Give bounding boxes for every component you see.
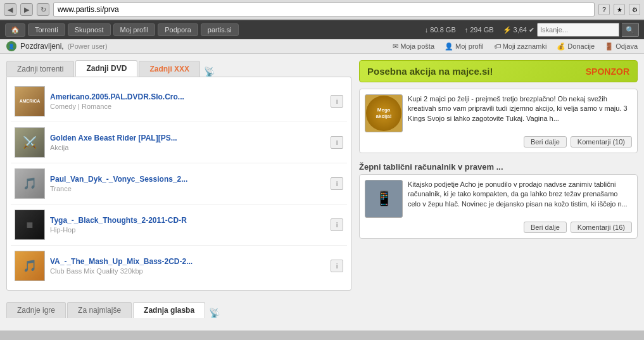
- role-text: (Power user): [68, 42, 108, 50]
- moj-profil-link[interactable]: 👤 Moj profil: [445, 42, 484, 51]
- rss-icon[interactable]: 📡: [204, 66, 215, 77]
- promo-image-1: Megaakcija!: [365, 94, 403, 132]
- nav-moj-profil[interactable]: Moj profil: [113, 23, 156, 36]
- donacije-link[interactable]: 💰 Donacije: [557, 42, 595, 51]
- tab-za-najmlajse[interactable]: Za najmlajše: [67, 302, 132, 318]
- komentarji-btn-2[interactable]: Komentarji (16): [571, 222, 632, 233]
- home-button[interactable]: 🏠: [5, 23, 25, 37]
- bookmark-icon: 🏷: [494, 42, 501, 50]
- star-icon[interactable]: ★: [614, 4, 625, 15]
- info-button[interactable]: i: [331, 260, 343, 272]
- profile-icon: 👤: [445, 42, 453, 51]
- promo-actions-2: Beri dalje Komentarji (16): [365, 222, 632, 233]
- genre2: Romance: [82, 103, 111, 110]
- torrent-item: 🎵 Paul_Van_Dyk_-_Vonyc_Sessions_2... Tra…: [11, 163, 347, 205]
- bottom-tabs: Zadnje igre Za najmlajše Zadnja glasba: [6, 302, 205, 318]
- moji-zaznamki-label: Moji zaznamki: [503, 42, 547, 50]
- torrent-thumb: AMERICA: [15, 86, 45, 116]
- torrent-title[interactable]: Tyga_-_Black_Thoughts_2-2011-CD-R: [50, 216, 325, 225]
- torrent-tab-section: Zadnji torrenti Zadnji DVD Zadnji XXX 📡 …: [6, 60, 351, 291]
- promo-actions-1: Beri dalje Komentarji (10): [365, 136, 632, 148]
- site-wrapper: 🏠 Torrenti Skupnost Moj profil Podpora p…: [0, 20, 644, 331]
- sponsor-label: SPONZOR: [586, 66, 629, 77]
- rss-icon-bottom[interactable]: 📡: [209, 308, 220, 318]
- torrent-info: Americano.2005.PAL.DVDR.Slo.Cro... Comed…: [50, 92, 325, 110]
- upload-value: 294 GB: [470, 26, 493, 34]
- search-input[interactable]: [537, 23, 619, 37]
- nav-torrenti[interactable]: Torrenti: [28, 23, 65, 36]
- right-panel: Posebna akcija na majce.si! SPONZOR Mega…: [359, 60, 638, 318]
- torrent-thumb: ⚔️: [15, 127, 45, 158]
- odjava-link[interactable]: 🚪 Odjava: [605, 42, 638, 51]
- forward-button[interactable]: ▶: [20, 3, 33, 16]
- nav-skupnost[interactable]: Skupnost: [68, 23, 111, 36]
- komentarji-btn-1[interactable]: Komentarji (10): [571, 136, 632, 148]
- genre1: Hip-Hop: [50, 226, 75, 234]
- tab-zadnje-igre[interactable]: Zadnje igre: [6, 302, 66, 318]
- download-stat: ↓ 80.8 GB: [425, 26, 456, 34]
- download-value: 80.8 GB: [430, 26, 455, 34]
- tab-zadnji-xxx[interactable]: Zadnji XXX: [139, 61, 200, 77]
- torrent-genre: Club Bass Mix Quality 320kbp: [50, 267, 325, 275]
- sponsor-banner: Posebna akcija na majce.si! SPONZOR: [359, 60, 638, 82]
- download-icon: ↓: [425, 26, 429, 34]
- search-button[interactable]: 🔍: [622, 23, 639, 37]
- help-icon[interactable]: ?: [598, 4, 610, 15]
- user-avatar-icon: 👤: [6, 41, 16, 51]
- torrent-title[interactable]: Americano.2005.PAL.DVDR.Slo.Cro...: [50, 92, 325, 101]
- moja-posta-label: Moja pošta: [400, 42, 434, 50]
- nav-podpora[interactable]: Podpora: [158, 23, 198, 36]
- promo-card-1: Megaakcija! Kupi 2 majci po želji - prej…: [359, 89, 638, 153]
- browser-chrome: ◀ ▶ ↻ ? ★ ⚙: [0, 0, 644, 20]
- mega-badge: Megaakcija!: [366, 96, 401, 131]
- tab-zadnji-torrenti[interactable]: Zadnji torrenti: [6, 61, 74, 77]
- info-button[interactable]: i: [331, 136, 343, 149]
- torrent-thumb: 🎵: [15, 168, 45, 199]
- torrent-item: 🎵 VA_-_The_Mash_Up_Mix_Bass-2CD-2... Clu…: [11, 246, 347, 286]
- torrent-title[interactable]: VA_-_The_Mash_Up_Mix_Bass-2CD-2...: [50, 257, 325, 266]
- nav-partis[interactable]: partis.si: [201, 23, 239, 36]
- settings-icon[interactable]: ⚙: [629, 4, 640, 15]
- nav-stats: ↓ 80.8 GB ↑ 294 GB ⚡ 3,64 ✔: [425, 26, 534, 34]
- beri-dalje-btn-1[interactable]: Beri dalje: [524, 136, 567, 148]
- torrent-tabs: Zadnji torrenti Zadnji DVD Zadnji XXX: [6, 60, 200, 77]
- reload-button[interactable]: ↻: [37, 3, 49, 16]
- sponsor-text: Posebna akcija na majce.si!: [367, 66, 493, 77]
- torrent-genre: Akcija: [50, 144, 325, 151]
- back-button[interactable]: ◀: [4, 3, 16, 16]
- torrent-item: ⚔️ Golden Axe Beast Rider [PAL][PS... Ak…: [11, 122, 347, 163]
- upload-stat: ↑ 294 GB: [465, 26, 494, 34]
- tab-zadnja-glasba[interactable]: Zadnja glasba: [133, 302, 205, 318]
- genre1: Comedy: [50, 103, 76, 110]
- beri-dalje-btn-2[interactable]: Beri dalje: [524, 222, 567, 233]
- moj-profil-label: Moj profil: [455, 42, 484, 50]
- ratio-icon: ⚡: [503, 26, 512, 34]
- torrent-info: Paul_Van_Dyk_-_Vonyc_Sessions_2... Tranc…: [50, 175, 325, 192]
- torrent-genre: Hip-Hop: [50, 226, 325, 234]
- promo-card-2: 📱 Kitajsko podjetje Acho je ponudilo v p…: [359, 174, 638, 239]
- ratio-stat: ⚡ 3,64 ✔: [503, 26, 534, 34]
- greeting-text: Pozdravljeni,: [20, 42, 64, 51]
- info-button[interactable]: i: [331, 218, 343, 231]
- genre1: Trance: [50, 185, 72, 192]
- promo-text-2: Kitajsko podjetje Acho je ponudilo v pro…: [408, 180, 632, 209]
- info-button[interactable]: i: [331, 95, 343, 108]
- mail-icon: ✉: [393, 42, 398, 51]
- promo-card-inner-2: 📱 Kitajsko podjetje Acho je ponudilo v p…: [365, 180, 632, 218]
- torrent-item: AMERICA Americano.2005.PAL.DVDR.Slo.Cro.…: [11, 81, 347, 122]
- torrent-title[interactable]: Golden Axe Beast Rider [PAL][PS...: [50, 134, 325, 142]
- info-button[interactable]: i: [331, 177, 343, 190]
- moji-zaznamki-link[interactable]: 🏷 Moji zaznamki: [494, 42, 547, 50]
- torrent-info: Tyga_-_Black_Thoughts_2-2011-CD-R Hip-Ho…: [50, 216, 325, 234]
- torrent-title[interactable]: Paul_Van_Dyk_-_Vonyc_Sessions_2...: [50, 175, 325, 184]
- browser-toolbar: ◀ ▶ ↻ ? ★ ⚙: [0, 0, 644, 20]
- torrent-info: Golden Axe Beast Rider [PAL][PS... Akcij…: [50, 134, 325, 151]
- tab-zadnji-dvd[interactable]: Zadnji DVD: [75, 60, 137, 77]
- main-content: Zadnji torrenti Zadnji DVD Zadnji XXX 📡 …: [0, 54, 644, 324]
- address-bar[interactable]: [53, 3, 595, 16]
- genre1: Club Bass Mix Quality 320kbp: [50, 267, 143, 275]
- ratio-value: 3,64 ✔: [514, 26, 534, 34]
- donate-icon: 💰: [557, 42, 565, 51]
- moja-posta-link[interactable]: ✉ Moja pošta: [393, 42, 434, 51]
- donacije-label: Donacije: [567, 42, 595, 50]
